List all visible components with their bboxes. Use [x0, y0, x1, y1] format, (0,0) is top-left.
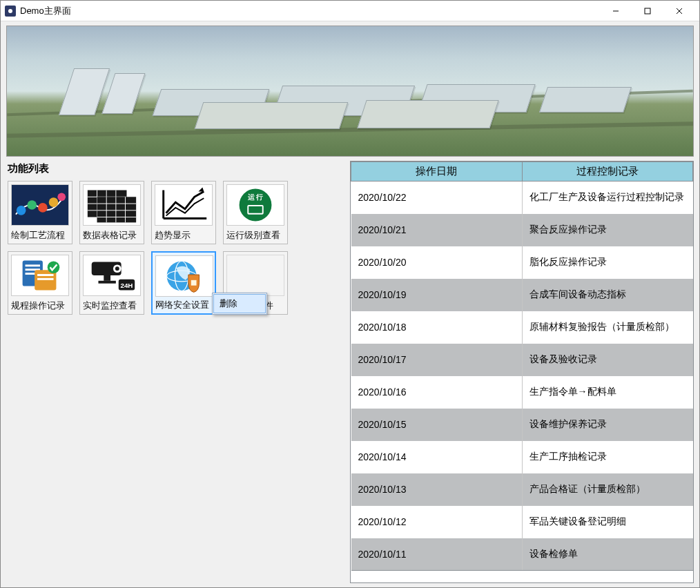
window-title: Demo主界面: [20, 5, 71, 17]
cell-date: 2020/10/21: [351, 214, 523, 246]
svg-point-8: [38, 203, 48, 213]
svg-point-9: [49, 197, 59, 207]
svg-point-0: [8, 9, 12, 13]
cell-record: 聚合反应操作记录: [522, 214, 693, 246]
context-menu: 删除: [212, 293, 267, 315]
svg-rect-56: [191, 280, 197, 286]
cell-date: 2020/10/14: [351, 441, 523, 473]
svg-point-6: [17, 206, 26, 215]
cell-date: 2020/10/19: [351, 279, 523, 311]
table-row[interactable]: 2020/10/13产品合格证（计量质检部）: [351, 473, 693, 506]
cell-record: 合成车间设备动态指标: [522, 279, 693, 311]
titlebar-left: Demo主界面: [5, 5, 71, 17]
tile-network-security[interactable]: 网络安全设置 删除: [151, 251, 216, 315]
svg-rect-19: [97, 197, 137, 222]
globe-shield-icon: [155, 255, 213, 297]
svg-rect-41: [37, 274, 53, 276]
process-flow-icon: [11, 184, 69, 226]
svg-rect-34: [249, 206, 262, 213]
camera-24h-icon: 24H: [83, 255, 141, 296]
cell-date: 2020/10/18: [351, 311, 523, 344]
cell-date: 2020/10/20: [351, 246, 523, 279]
banner-image: [6, 26, 694, 157]
svg-text:24H: 24H: [121, 282, 133, 289]
column-header-record[interactable]: 过程控制记录: [522, 162, 693, 182]
records-table: 操作日期 过程控制记录 2020/10/22化工厂生产及设备运行过程控制记录 2…: [351, 161, 693, 571]
svg-point-47: [115, 266, 119, 271]
table-row[interactable]: 2020/10/17设备及验收记录: [351, 344, 693, 376]
cell-record: 设备检修单: [522, 538, 693, 571]
close-button[interactable]: [663, 1, 695, 21]
table-row[interactable]: 2020/10/16生产指令单→配料单: [351, 376, 693, 409]
cell-record: 军品关键设备登记明细: [522, 506, 693, 538]
tile-run-level[interactable]: 运 行 运行级别查看: [223, 181, 288, 244]
cell-record: 设备及验收记录: [522, 344, 693, 376]
table-row[interactable]: 2020/10/19合成车间设备动态指标: [351, 279, 693, 311]
titlebar: Demo主界面: [1, 1, 699, 21]
table-row[interactable]: 2020/10/11设备检修单: [351, 538, 693, 571]
tile-procedure-record[interactable]: 规程操作记录: [8, 251, 72, 315]
svg-rect-2: [645, 8, 650, 14]
table-row[interactable]: 2020/10/12军品关键设备登记明细: [351, 506, 693, 538]
column-header-date[interactable]: 操作日期: [351, 162, 523, 182]
run-level-icon: 运 行: [226, 184, 284, 226]
app-icon: [5, 6, 16, 17]
trend-chart-icon: [155, 184, 213, 226]
blank-plugin-icon: [226, 255, 284, 296]
cell-record: 生产工序抽检记录: [522, 441, 693, 473]
table-row[interactable]: 2020/10/18原辅材料复验报告（计量质检部）: [351, 311, 693, 344]
tile-grid: 绘制工艺流程: [6, 179, 346, 316]
cell-record: 设备维护保养记录: [522, 409, 693, 441]
records-tbody: 2020/10/22化工厂生产及设备运行过程控制记录 2020/10/21聚合反…: [351, 182, 693, 571]
cell-record: 化工厂生产及设备运行过程控制记录: [522, 182, 693, 214]
table-row[interactable]: 2020/10/15设备维护保养记录: [351, 409, 693, 441]
procedure-record-icon: [11, 255, 69, 296]
tile-label: 网络安全设置: [155, 297, 209, 312]
main-window: Demo主界面: [0, 0, 700, 588]
cell-date: 2020/10/11: [351, 538, 523, 571]
cell-record: 原辅材料复验报告（计量质检部）: [522, 311, 693, 344]
tile-label: 数据表格记录: [83, 228, 137, 242]
table-row[interactable]: 2020/10/20脂化反应操作记录: [351, 246, 693, 279]
function-list-title: 功能列表: [6, 161, 346, 179]
tile-label: 趋势显示: [155, 228, 191, 242]
tile-label: 绘制工艺流程: [11, 228, 65, 242]
svg-text:运 行: 运 行: [247, 193, 264, 201]
svg-rect-37: [26, 264, 40, 266]
maximize-button[interactable]: [632, 1, 663, 21]
tile-data-table[interactable]: 数据表格记录: [79, 181, 144, 244]
table-row[interactable]: 2020/10/14生产工序抽检记录: [351, 441, 693, 473]
cell-date: 2020/10/13: [351, 473, 523, 506]
left-panel: 功能列表: [6, 161, 346, 583]
data-table-icon: [83, 184, 141, 226]
right-panel: 操作日期 过程控制记录 2020/10/22化工厂生产及设备运行过程控制记录 2…: [350, 161, 694, 583]
svg-rect-49: [98, 281, 115, 284]
cell-record: 产品合格证（计量质检部）: [522, 473, 693, 506]
table-row[interactable]: 2020/10/22化工厂生产及设备运行过程控制记录: [351, 182, 693, 214]
svg-rect-48: [104, 275, 110, 281]
tile-label: 规程操作记录: [11, 298, 65, 313]
cell-record: 生产指令单→配料单: [522, 376, 693, 409]
window-controls: [600, 1, 695, 21]
lower-area: 功能列表: [6, 161, 694, 583]
svg-rect-42: [37, 278, 53, 280]
tile-realtime-monitor[interactable]: 24H 实时监控查看: [79, 251, 144, 315]
cell-record: 脂化反应操作记录: [522, 246, 693, 279]
cell-date: 2020/10/12: [351, 506, 523, 538]
svg-point-7: [27, 200, 37, 210]
tile-label: 运行级别查看: [226, 228, 280, 242]
content-area: 功能列表: [1, 21, 699, 587]
minimize-button[interactable]: [600, 1, 632, 21]
tile-trend-display[interactable]: 趋势显示: [151, 181, 216, 244]
cell-date: 2020/10/22: [351, 182, 523, 214]
cell-date: 2020/10/16: [351, 376, 523, 409]
svg-point-10: [57, 193, 66, 201]
cell-date: 2020/10/15: [351, 409, 523, 441]
context-menu-delete[interactable]: 删除: [213, 294, 266, 313]
tile-label: 实时监控查看: [83, 298, 137, 313]
table-row[interactable]: 2020/10/21聚合反应操作记录: [351, 214, 693, 246]
tile-draw-process[interactable]: 绘制工艺流程: [8, 181, 72, 244]
cell-date: 2020/10/17: [351, 344, 523, 376]
